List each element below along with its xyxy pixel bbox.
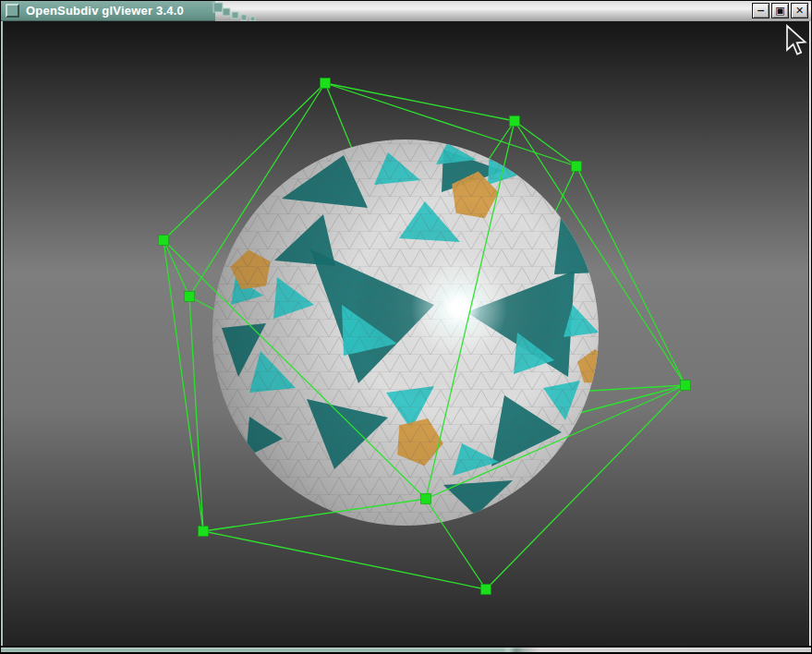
gl-viewport[interactable] [4,21,808,646]
app-window: OpenSubdiv glViewer 3.4.0 − ▣ ✕ [0,0,812,654]
cage-control-point[interactable] [321,79,331,89]
specular-highlight [411,260,507,356]
cage-control-point[interactable] [421,494,431,504]
minimize-button[interactable]: − [752,3,770,18]
window-border-bottom[interactable] [1,646,811,652]
sphere-shading [212,139,599,526]
titlebar: OpenSubdiv glViewer 3.4.0 − ▣ ✕ [1,1,811,21]
window-title: OpenSubdiv glViewer 3.4.0 [26,4,184,18]
cage-control-point[interactable] [159,236,169,246]
close-button[interactable]: ✕ [791,3,808,18]
cage-control-point[interactable] [510,116,520,127]
window-menu-icon[interactable] [6,4,19,18]
cage-control-point[interactable] [481,585,491,595]
window-border-right[interactable] [808,21,811,646]
cage-control-point[interactable] [199,527,209,537]
cage-control-point[interactable] [572,162,582,172]
titlebar-step-decoration [212,1,271,21]
window-controls: − ▣ ✕ [752,3,808,18]
maximize-button[interactable]: ▣ [771,3,789,18]
cage-control-point[interactable] [681,381,691,391]
cage-control-point[interactable] [185,292,195,302]
